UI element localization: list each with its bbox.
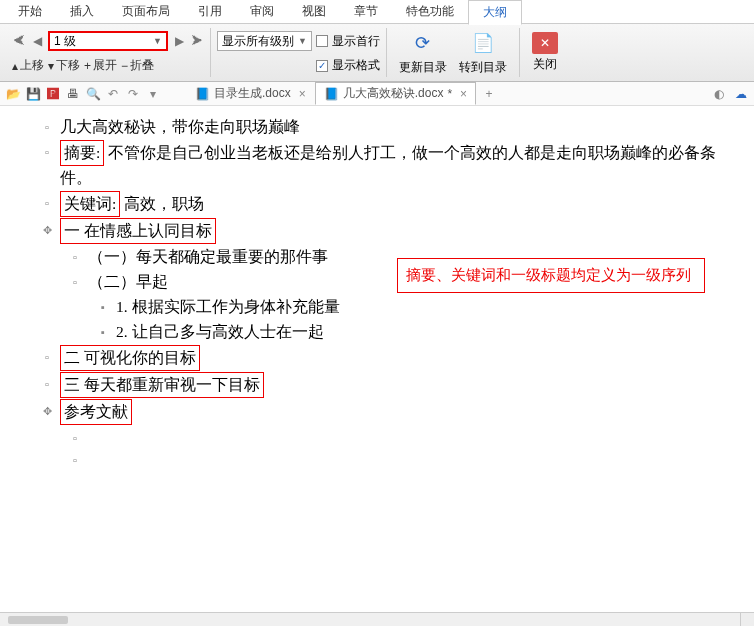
goto-toc-button[interactable]: 📄 转到目录: [453, 29, 513, 76]
redo-icon[interactable]: ↷: [126, 87, 140, 101]
outline-row[interactable]: ▫: [70, 426, 744, 447]
highlighted-label: 摘要:: [60, 140, 104, 166]
outline-symbol-icon: ▫: [42, 349, 52, 366]
outline-row[interactable]: ▪2. 让自己多与高效人士在一起: [98, 320, 744, 344]
outline-row[interactable]: ▫三 每天都重新审视一下目标: [42, 372, 744, 398]
expand-button[interactable]: +展开: [84, 57, 117, 74]
cloud-icon[interactable]: ☁: [734, 87, 748, 101]
pin-icon[interactable]: ◐: [712, 87, 726, 101]
chevron-down-icon: ▼: [298, 36, 307, 46]
print-icon[interactable]: 🖶: [66, 87, 80, 101]
outline-text: 三 每天都重新审视一下目标: [60, 372, 744, 398]
annotation-callout: 摘要、关键词和一级标题均定义为一级序列: [397, 258, 705, 293]
export-pdf-icon[interactable]: 🅿: [46, 87, 60, 101]
save-icon[interactable]: 💾: [26, 87, 40, 101]
outline-level-value: 1 级: [54, 33, 76, 50]
outline-text: 2. 让自己多与高效人士在一起: [116, 320, 744, 344]
undo-icon[interactable]: ↶: [106, 87, 120, 101]
collapse-button[interactable]: −折叠: [121, 57, 154, 74]
outline-row[interactable]: ▫关键词: 高效，职场: [42, 191, 744, 217]
menu-pagelayout[interactable]: 页面布局: [108, 0, 184, 23]
goto-toc-icon: 📄: [469, 29, 497, 57]
outline-row[interactable]: ✥一 在情感上认同目标: [42, 218, 744, 244]
outline-symbol-icon: ▫: [70, 249, 80, 266]
new-tab-icon[interactable]: +: [482, 87, 496, 101]
highlighted-label: 关键词:: [60, 191, 120, 217]
ribbon: ⮜ ◀ 1 级 ▼ ▶ ⮞ ▴上移 ▾下移 +展开 −折叠 显示所有级别▼ 显示…: [0, 24, 754, 82]
demote-all-icon[interactable]: ⮞: [190, 34, 204, 48]
outline-row[interactable]: ▫二 可视化你的目标: [42, 345, 744, 371]
status-bar: [0, 612, 754, 626]
outline-symbol-icon: ▪: [98, 299, 108, 316]
outline-row[interactable]: ▫: [70, 448, 744, 469]
promote-all-icon[interactable]: ⮜: [12, 34, 26, 48]
quick-access-toolbar: 📂 💾 🅿 🖶 🔍 ↶ ↷ ▾ 📘 目录生成.docx × 📘 几大高效秘诀.d…: [0, 82, 754, 106]
show-format-checkbox[interactable]: ✓: [316, 60, 328, 72]
down-arrow-icon: ▾: [48, 59, 54, 73]
close-outline-button[interactable]: ✕ 关闭: [526, 32, 564, 73]
menu-special[interactable]: 特色功能: [392, 0, 468, 23]
highlighted-heading: 三 每天都重新审视一下目标: [60, 372, 264, 398]
menu-start[interactable]: 开始: [4, 0, 56, 23]
doc-icon: 📘: [195, 87, 210, 101]
outline-symbol-icon: ▫: [42, 144, 52, 161]
outline-level-select[interactable]: 1 级 ▼: [48, 31, 168, 51]
highlighted-heading: 一 在情感上认同目标: [60, 218, 216, 244]
menu-view[interactable]: 视图: [288, 0, 340, 23]
plus-icon: +: [84, 59, 91, 73]
menu-insert[interactable]: 插入: [56, 0, 108, 23]
move-down-button[interactable]: ▾下移: [48, 57, 80, 74]
modified-indicator: *: [447, 87, 452, 101]
outline-text-content: 高效，职场: [120, 195, 204, 212]
outline-row[interactable]: ✥参考文献: [42, 399, 744, 425]
menu-outline[interactable]: 大纲: [468, 0, 522, 25]
outline-symbol-icon: ▫: [70, 430, 80, 447]
menu-reference[interactable]: 引用: [184, 0, 236, 23]
outline-text: 二 可视化你的目标: [60, 345, 744, 371]
show-firstline-checkbox[interactable]: [316, 35, 328, 47]
close-tab-icon[interactable]: ×: [460, 87, 467, 101]
vertical-scroll-track[interactable]: [740, 613, 754, 626]
outline-row[interactable]: ▫几大高效秘诀，带你走向职场巅峰: [42, 115, 744, 139]
tab-doc-1[interactable]: 📘 目录生成.docx ×: [186, 82, 315, 105]
highlighted-heading: 二 可视化你的目标: [60, 345, 200, 371]
up-arrow-icon: ▴: [12, 59, 18, 73]
close-icon: ✕: [532, 32, 558, 54]
close-tab-icon[interactable]: ×: [299, 87, 306, 101]
outline-text-content: 不管你是自己创业当老板还是给别人打工，做一个高效的人都是走向职场巅峰的必备条件。: [60, 144, 716, 186]
outline-symbol-icon: ▫: [70, 274, 80, 291]
document-outline: 摘要、关键词和一级标题均定义为一级序列 ▫几大高效秘诀，带你走向职场巅峰▫摘要:…: [0, 106, 754, 469]
print-preview-icon[interactable]: 🔍: [86, 87, 100, 101]
show-format-label: 显示格式: [332, 57, 380, 74]
show-level-select[interactable]: 显示所有级别▼: [217, 31, 312, 51]
open-icon[interactable]: 📂: [6, 87, 20, 101]
outline-symbol-icon: ▪: [98, 324, 108, 341]
update-toc-button[interactable]: ⟳ 更新目录: [393, 29, 453, 76]
ribbon-group-show: 显示所有级别▼ 显示首行 ✓ 显示格式: [211, 28, 387, 77]
outline-symbol-icon: ▫: [42, 195, 52, 212]
menubar: 开始 插入 页面布局 引用 审阅 视图 章节 特色功能 大纲: [0, 0, 754, 24]
promote-icon[interactable]: ◀: [30, 34, 44, 48]
outline-symbol-icon: ▫: [70, 452, 80, 469]
horizontal-scroll-thumb[interactable]: [8, 616, 68, 624]
document-tabs: 📘 目录生成.docx × 📘 几大高效秘诀.docx * × +: [186, 82, 496, 105]
ribbon-group-close: ✕ 关闭: [520, 28, 570, 77]
outline-symbol-icon: ✥: [42, 403, 52, 420]
menu-review[interactable]: 审阅: [236, 0, 288, 23]
menu-chapter[interactable]: 章节: [340, 0, 392, 23]
outline-row[interactable]: ▪1. 根据实际工作为身体补充能量: [98, 295, 744, 319]
ribbon-group-level: ⮜ ◀ 1 级 ▼ ▶ ⮞ ▴上移 ▾下移 +展开 −折叠: [6, 28, 211, 77]
doc-icon: 📘: [324, 87, 339, 101]
outline-row[interactable]: ▫摘要: 不管你是自己创业当老板还是给别人打工，做一个高效的人都是走向职场巅峰的…: [42, 140, 744, 190]
move-up-button[interactable]: ▴上移: [12, 57, 44, 74]
outline-symbol-icon: ▫: [42, 119, 52, 136]
qat-dropdown-icon[interactable]: ▾: [146, 87, 160, 101]
demote-icon[interactable]: ▶: [172, 34, 186, 48]
tab-doc-2[interactable]: 📘 几大高效秘诀.docx * ×: [315, 82, 476, 105]
show-firstline-label: 显示首行: [332, 33, 380, 50]
outline-text: 摘要: 不管你是自己创业当老板还是给别人打工，做一个高效的人都是走向职场巅峰的必…: [60, 140, 744, 190]
outline-text: 几大高效秘诀，带你走向职场巅峰: [60, 115, 744, 139]
outline-text: 关键词: 高效，职场: [60, 191, 744, 217]
highlighted-heading: 参考文献: [60, 399, 132, 425]
ribbon-group-toc: ⟳ 更新目录 📄 转到目录: [387, 28, 520, 77]
